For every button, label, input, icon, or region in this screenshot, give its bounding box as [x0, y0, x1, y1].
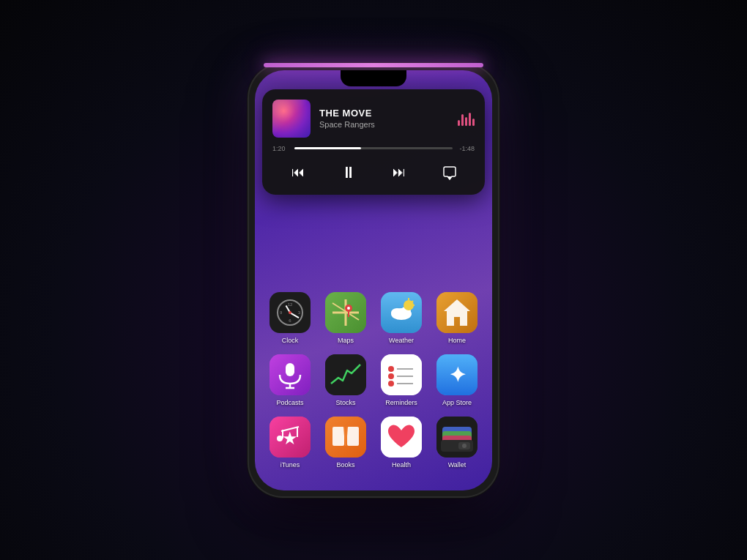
app-icon-maps — [325, 292, 366, 333]
bar-4 — [469, 113, 471, 126]
app-icon-appstore: ✦ — [436, 354, 477, 395]
svg-point-26 — [388, 381, 394, 387]
playback-controls: ⏮ ⏸ ⏭ — [272, 161, 475, 184]
app-item-itunes[interactable]: ★ iTunes — [265, 417, 315, 468]
svg-point-5 — [347, 307, 350, 310]
app-item-reminders[interactable]: Reminders — [376, 354, 426, 406]
app-item-home[interactable]: Home — [432, 292, 482, 344]
bar-1 — [458, 120, 460, 126]
app-label-maps: Maps — [338, 337, 354, 344]
svg-rect-21 — [381, 354, 422, 395]
app-icon-clock: 12 3 6 9 — [270, 292, 311, 333]
svg-text:★: ★ — [282, 428, 298, 448]
app-label-appstore: App Store — [442, 399, 472, 406]
clock-face: 12 3 6 9 — [277, 299, 303, 326]
bar-3 — [465, 117, 467, 126]
clock-6: 6 — [289, 318, 291, 323]
app-icon-stocks — [325, 354, 366, 395]
app-label-clock: Clock — [282, 337, 299, 344]
now-playing-header: THE MOVE Space Rangers — [272, 100, 475, 138]
pause-button[interactable]: ⏸ — [337, 161, 360, 184]
app-item-weather[interactable]: Weather — [376, 292, 426, 344]
app-label-itunes: iTunes — [280, 461, 300, 468]
app-label-weather: Weather — [389, 337, 414, 344]
time-remaining: -1:48 — [458, 145, 475, 152]
rewind-button[interactable]: ⏮ — [286, 161, 310, 184]
audio-bars — [458, 111, 475, 126]
album-art — [272, 100, 311, 138]
clock-3: 3 — [298, 310, 300, 315]
app-icon-books — [325, 417, 366, 458]
svg-point-24 — [388, 373, 394, 379]
app-item-podcasts[interactable]: Podcasts — [265, 354, 315, 406]
app-item-books[interactable]: Books — [321, 417, 371, 468]
track-title: THE MOVE — [319, 108, 449, 119]
bar-5 — [472, 119, 475, 126]
app-icon-health — [381, 417, 422, 458]
app-icon-weather — [381, 292, 422, 333]
clock-center — [289, 311, 291, 314]
svg-rect-38 — [347, 427, 359, 446]
svg-line-12 — [412, 301, 413, 302]
track-info: THE MOVE Space Rangers — [319, 108, 449, 129]
notch — [341, 70, 406, 86]
clock-12: 12 — [288, 302, 293, 307]
progress-track[interactable] — [294, 147, 453, 149]
scene: THE MOVE Space Rangers 1:20 — [0, 0, 747, 560]
app-label-podcasts: Podcasts — [276, 399, 303, 406]
app-item-clock[interactable]: 12 3 6 9 Clock — [265, 292, 315, 344]
phone-screen: THE MOVE Space Rangers 1:20 — [255, 70, 492, 490]
now-playing-card[interactable]: THE MOVE Space Rangers 1:20 — [262, 89, 485, 195]
app-label-home: Home — [448, 337, 466, 344]
app-item-stocks[interactable]: Stocks — [321, 354, 371, 406]
bar-2 — [461, 114, 464, 126]
apps-grid: 12 3 6 9 Clock — [265, 292, 482, 468]
svg-text:✦: ✦ — [449, 364, 466, 387]
app-icon-wallet — [436, 417, 477, 458]
app-item-appstore[interactable]: ✦ App Store — [432, 354, 482, 406]
track-artist: Space Rangers — [319, 120, 449, 129]
phone-frame: THE MOVE Space Rangers 1:20 — [249, 64, 498, 496]
app-label-health: Health — [392, 461, 411, 468]
app-icon-home — [436, 292, 477, 333]
clock-9: 9 — [280, 310, 282, 315]
app-item-maps[interactable]: Maps — [321, 292, 371, 344]
app-label-wallet: Wallet — [448, 461, 467, 468]
svg-rect-17 — [286, 363, 294, 376]
time-elapsed: 1:20 — [272, 145, 289, 152]
svg-rect-37 — [332, 427, 344, 446]
app-label-stocks: Stocks — [335, 399, 355, 406]
forward-button[interactable]: ⏭ — [387, 161, 411, 184]
app-icon-podcasts — [270, 354, 311, 395]
app-item-health[interactable]: Health — [376, 417, 426, 468]
app-icon-reminders — [381, 354, 422, 395]
svg-point-22 — [388, 366, 394, 372]
app-item-wallet[interactable]: Wallet — [432, 417, 482, 468]
app-label-books: Books — [336, 461, 354, 468]
svg-point-34 — [277, 436, 283, 441]
svg-point-48 — [462, 444, 467, 448]
progress-row: 1:20 -1:48 — [272, 145, 475, 152]
app-icon-itunes: ★ — [270, 417, 311, 458]
progress-fill — [294, 147, 361, 149]
airplay-button[interactable] — [438, 161, 461, 184]
app-label-reminders: Reminders — [385, 399, 417, 406]
